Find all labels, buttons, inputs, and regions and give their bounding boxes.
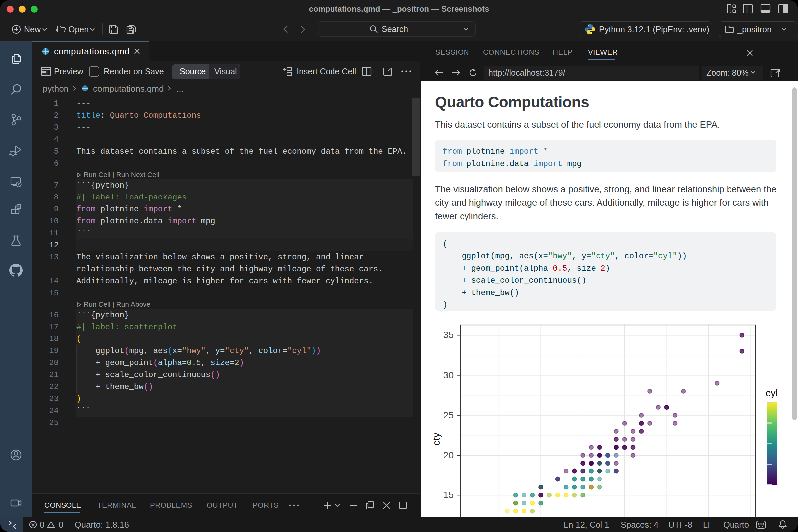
svg-text:15: 15: [443, 490, 454, 500]
svg-text:cty: cty: [431, 433, 441, 445]
svg-text:35: 35: [443, 330, 454, 340]
svg-text:20: 20: [443, 450, 454, 460]
svg-text:30: 30: [443, 370, 454, 380]
svg-text:cyl: cyl: [766, 387, 778, 398]
svg-text:25: 25: [443, 410, 454, 420]
